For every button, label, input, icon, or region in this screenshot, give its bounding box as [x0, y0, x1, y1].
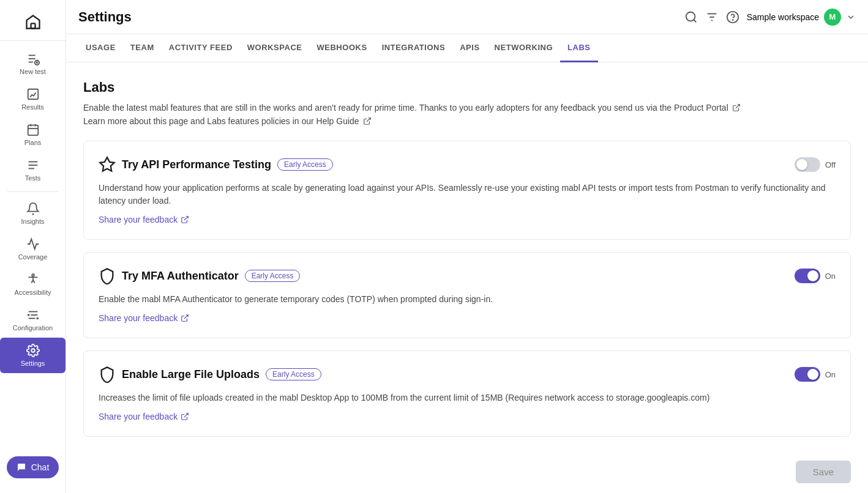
coverage-icon	[26, 237, 40, 251]
feature-large-file-uploads: Enable Large File Uploads Early Access O…	[83, 350, 851, 437]
settings-icon	[26, 344, 40, 357]
save-button[interactable]: Save	[796, 461, 851, 483]
uploads-toggle-row: On	[795, 367, 836, 382]
accessibility-icon	[26, 273, 40, 286]
api-performance-icon	[99, 156, 116, 173]
sidebar-item-new-test[interactable]: New test	[0, 46, 65, 81]
tab-networking[interactable]: NETWORKING	[487, 34, 560, 62]
uploads-toggle-track	[795, 367, 820, 382]
chat-button[interactable]: Chat	[7, 456, 59, 478]
page-title: Settings	[78, 9, 132, 25]
svg-point-20	[27, 314, 29, 316]
mfa-badge: Early Access	[245, 270, 301, 282]
workspace-name: Sample workspace	[747, 12, 819, 22]
svg-rect-7	[28, 89, 38, 100]
tab-workspace[interactable]: WORKSPACE	[240, 34, 310, 62]
feature-api-performance: Try API Performance Testing Early Access…	[83, 141, 851, 240]
sidebar-item-tests[interactable]: Tests	[0, 152, 65, 188]
configuration-icon	[26, 308, 40, 322]
external-link-icon	[181, 215, 189, 224]
labs-description: Enable the latest mabl features that are…	[83, 103, 851, 113]
sidebar-item-plans[interactable]: Plans	[0, 117, 65, 152]
svg-point-16	[32, 274, 34, 276]
uploads-badge: Early Access	[266, 368, 321, 380]
mfa-icon	[99, 267, 116, 284]
sidebar-item-settings[interactable]: Settings	[0, 338, 65, 373]
feature-header-uploads: Enable Large File Uploads Early Access O…	[99, 366, 836, 383]
mfa-feedback-link[interactable]: Share your feedback	[99, 313, 836, 323]
tab-integrations[interactable]: INTEGRATIONS	[375, 34, 453, 62]
mfa-toggle[interactable]	[795, 269, 820, 283]
tab-webhooks[interactable]: WEBHOOKS	[309, 34, 374, 62]
svg-line-30	[736, 105, 739, 108]
api-performance-feedback-link[interactable]: Share your feedback	[99, 215, 836, 224]
filter-icon[interactable]	[705, 10, 719, 24]
svg-rect-0	[31, 23, 35, 28]
svg-line-24	[694, 20, 696, 22]
sidebar: New test Results Plans Tests Insights Co…	[0, 0, 66, 493]
mfa-name: Try MFA Authenticator	[122, 270, 239, 283]
results-icon	[26, 87, 40, 101]
uploads-toggle-label: On	[825, 370, 836, 379]
uploads-toggle[interactable]	[795, 367, 820, 382]
feature-header-mfa: Try MFA Authenticator Early Access On	[99, 267, 836, 284]
nav-tabs: USAGE TEAM ACTIVITY FEED WORKSPACE WEBHO…	[66, 34, 868, 62]
external-link-icon-3	[181, 412, 189, 421]
sidebar-item-insights[interactable]: Insights	[0, 196, 65, 231]
feature-header-api: Try API Performance Testing Early Access…	[99, 156, 836, 173]
workspace-selector[interactable]: Sample workspace M	[747, 9, 856, 26]
external-link-icon-2	[181, 314, 189, 322]
tests-icon	[26, 158, 40, 172]
api-performance-desc: Understand how your application performs…	[99, 182, 836, 207]
svg-line-34	[184, 413, 188, 417]
api-performance-name: Try API Performance Testing	[122, 158, 271, 171]
main-content: Settings Sample workspace M	[66, 0, 868, 493]
avatar: M	[824, 9, 841, 26]
tab-usage[interactable]: USAGE	[78, 34, 123, 62]
help-icon[interactable]	[726, 10, 739, 24]
sidebar-item-coverage[interactable]: Coverage	[0, 231, 65, 267]
feature-title-row-mfa: Try MFA Authenticator Early Access	[99, 267, 300, 284]
svg-line-32	[184, 217, 188, 220]
api-performance-toggle-thumb	[796, 159, 807, 170]
api-performance-toggle-label: Off	[825, 160, 836, 169]
plans-icon	[26, 123, 40, 136]
tab-labs[interactable]: LABS	[560, 34, 597, 62]
api-performance-toggle[interactable]	[795, 157, 820, 172]
mfa-toggle-label: On	[825, 272, 836, 281]
svg-line-33	[184, 315, 188, 319]
content-area: Labs Enable the latest mabl features tha…	[66, 62, 868, 493]
feature-mfa-authenticator: Try MFA Authenticator Early Access On En…	[83, 252, 851, 338]
uploads-name: Enable Large File Uploads	[122, 368, 260, 381]
top-header: Settings Sample workspace M	[66, 0, 868, 34]
svg-point-22	[31, 349, 35, 352]
svg-point-21	[36, 317, 39, 320]
new-test-icon	[26, 52, 40, 65]
help-guide-link-icon[interactable]	[363, 117, 372, 125]
sidebar-item-configuration[interactable]: Configuration	[0, 302, 65, 338]
api-performance-toggle-track	[795, 157, 820, 172]
chevron-down-icon	[846, 12, 856, 22]
tab-apis[interactable]: APIS	[452, 34, 487, 62]
api-performance-toggle-row: Off	[795, 157, 836, 172]
sidebar-item-results[interactable]: Results	[0, 81, 65, 117]
product-portal-link-icon[interactable]	[732, 103, 741, 112]
mfa-toggle-thumb	[807, 270, 818, 281]
svg-rect-8	[28, 125, 38, 136]
home-button[interactable]	[0, 7, 65, 41]
tab-activity-feed[interactable]: ACTIVITY FEED	[162, 34, 240, 62]
api-performance-badge: Early Access	[277, 158, 333, 171]
search-icon[interactable]	[684, 10, 698, 24]
uploads-desc: Increases the limit of file uploads crea…	[99, 391, 836, 404]
uploads-feedback-link[interactable]: Share your feedback	[99, 412, 836, 421]
uploads-toggle-thumb	[807, 369, 818, 380]
labs-help: Learn more about this page and Labs feat…	[83, 116, 851, 126]
sidebar-item-accessibility[interactable]: Accessibility	[0, 267, 65, 302]
labs-title: Labs	[83, 80, 851, 95]
feature-title-row-api: Try API Performance Testing Early Access	[99, 156, 333, 173]
sidebar-divider	[7, 191, 59, 192]
tab-team[interactable]: TEAM	[123, 34, 162, 62]
svg-line-31	[366, 118, 370, 122]
feature-title-row-uploads: Enable Large File Uploads Early Access	[99, 366, 321, 383]
header-actions: Sample workspace M	[684, 9, 856, 26]
